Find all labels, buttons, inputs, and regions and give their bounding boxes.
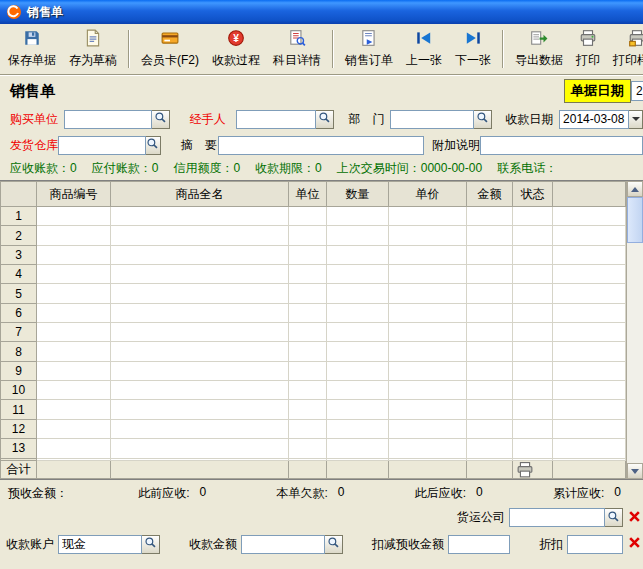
grid-cell[interactable]: [111, 361, 289, 380]
document-date-button[interactable]: 单据日期: [564, 79, 631, 103]
table-row[interactable]: 4: [1, 265, 626, 284]
grid-cell[interactable]: [513, 342, 553, 361]
grid-cell[interactable]: [389, 400, 467, 419]
grid-cell[interactable]: [289, 419, 327, 438]
table-row[interactable]: 13: [1, 439, 626, 458]
grid-cell[interactable]: [389, 207, 467, 226]
row-number-cell[interactable]: 6: [1, 303, 37, 322]
grid-cell[interactable]: [289, 265, 327, 284]
grid-cell[interactable]: [553, 419, 626, 438]
grid-cell[interactable]: [289, 381, 327, 400]
table-row[interactable]: 6: [1, 303, 626, 322]
freight-company-input[interactable]: [509, 508, 605, 527]
grid-cell[interactable]: [111, 303, 289, 322]
scrollbar-thumb[interactable]: [627, 197, 643, 243]
note-input[interactable]: [480, 136, 643, 155]
grid-cell[interactable]: [513, 303, 553, 322]
grid-cell[interactable]: [467, 361, 513, 380]
scroll-down-button[interactable]: [627, 463, 643, 479]
grid-cell[interactable]: [37, 419, 111, 438]
grid-cell[interactable]: [467, 245, 513, 264]
grid-cell[interactable]: [467, 284, 513, 303]
grid-cell[interactable]: [289, 303, 327, 322]
grid-cell[interactable]: [467, 400, 513, 419]
printer-mini-icon[interactable]: [515, 462, 550, 478]
grid-cell[interactable]: [513, 361, 553, 380]
grid-cell[interactable]: [327, 419, 389, 438]
grid-cell[interactable]: [327, 361, 389, 380]
grid-cell[interactable]: [327, 265, 389, 284]
grid-cell[interactable]: [37, 361, 111, 380]
scrollbar-track[interactable]: [627, 197, 643, 463]
grid-cell[interactable]: [389, 284, 467, 303]
grid-cell[interactable]: [467, 419, 513, 438]
titlebar[interactable]: 销售单: [0, 0, 643, 24]
grid-cell[interactable]: [467, 226, 513, 245]
table-row[interactable]: 3: [1, 245, 626, 264]
grid-cell[interactable]: [389, 303, 467, 322]
grid-cell[interactable]: [467, 207, 513, 226]
table-row[interactable]: 1: [1, 207, 626, 226]
grid-cell[interactable]: [37, 303, 111, 322]
payment-date-input[interactable]: [559, 110, 629, 129]
row-number-cell[interactable]: 5: [1, 284, 37, 303]
row-number-cell[interactable]: 3: [1, 245, 37, 264]
grid-cell[interactable]: [553, 226, 626, 245]
grid-cell[interactable]: [37, 323, 111, 342]
summary-input[interactable]: [218, 136, 424, 155]
row-number-cell[interactable]: 13: [1, 439, 37, 458]
grid-cell[interactable]: [389, 342, 467, 361]
grid-cell[interactable]: [467, 439, 513, 458]
table-row[interactable]: 5: [1, 284, 626, 303]
grid-cell[interactable]: [553, 303, 626, 322]
grid-cell[interactable]: [111, 342, 289, 361]
grid-cell[interactable]: [553, 381, 626, 400]
handler-lookup-button[interactable]: [316, 110, 334, 129]
print-button[interactable]: 打印: [570, 26, 606, 72]
grid-cell[interactable]: [111, 265, 289, 284]
grid-cell[interactable]: [289, 226, 327, 245]
warehouse-lookup-button[interactable]: [146, 136, 161, 155]
payment-process-button[interactable]: ¥ 收款过程: [206, 26, 266, 72]
grid-cell[interactable]: [389, 381, 467, 400]
grid-cell[interactable]: [289, 323, 327, 342]
grid-cell[interactable]: [553, 245, 626, 264]
grid-cell[interactable]: [37, 439, 111, 458]
grid-cell[interactable]: [389, 265, 467, 284]
amount-lookup-button[interactable]: [325, 535, 343, 554]
grid-cell[interactable]: [467, 342, 513, 361]
freight-lookup-button[interactable]: [605, 508, 623, 527]
row-number-cell[interactable]: 7: [1, 323, 37, 342]
member-card-button[interactable]: 会员卡(F2): [135, 26, 205, 72]
grid-cell[interactable]: [289, 245, 327, 264]
buyer-input[interactable]: [64, 110, 152, 129]
grid-cell[interactable]: [111, 400, 289, 419]
subject-details-button[interactable]: 科目详情: [267, 26, 327, 72]
sales-order-button[interactable]: 销售订单: [339, 26, 399, 72]
row-number-cell[interactable]: 8: [1, 342, 37, 361]
table-row[interactable]: 11: [1, 400, 626, 419]
grid-cell[interactable]: [327, 400, 389, 419]
save-draft-button[interactable]: 存为草稿: [63, 26, 123, 72]
grid-cell[interactable]: [37, 207, 111, 226]
discount-input[interactable]: [567, 535, 623, 554]
table-row[interactable]: 12: [1, 419, 626, 438]
export-data-button[interactable]: 导出数据: [509, 26, 569, 72]
grid-cell[interactable]: [111, 323, 289, 342]
grid-cell[interactable]: [111, 284, 289, 303]
grid-cell[interactable]: [37, 284, 111, 303]
grid-cell[interactable]: [389, 323, 467, 342]
next-button[interactable]: 下一张: [449, 26, 497, 72]
grid-cell[interactable]: [513, 265, 553, 284]
previous-button[interactable]: 上一张: [400, 26, 448, 72]
grid-cell[interactable]: [111, 245, 289, 264]
grid-cell[interactable]: [553, 284, 626, 303]
department-input[interactable]: [390, 110, 474, 129]
grid-cell[interactable]: [37, 245, 111, 264]
grid-cell[interactable]: [389, 419, 467, 438]
grid-cell[interactable]: [513, 207, 553, 226]
grid-cell[interactable]: [327, 284, 389, 303]
payment-date-dropdown-button[interactable]: [629, 110, 643, 129]
grid-cell[interactable]: [513, 419, 553, 438]
grid-cell[interactable]: [389, 226, 467, 245]
